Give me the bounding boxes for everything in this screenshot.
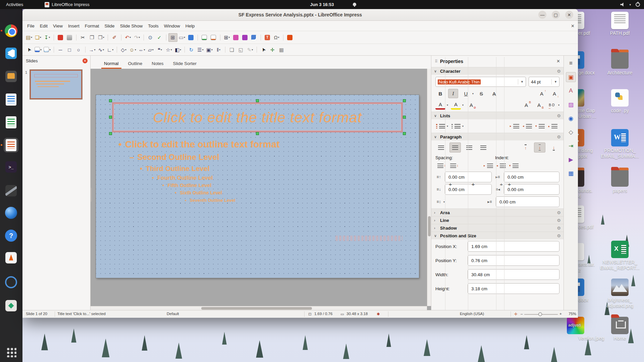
drawing-tool-button-align-objects[interactable]: ☰▾ — [196, 45, 205, 54]
font-size-combo[interactable]: 44 pt ▼ — [529, 77, 559, 87]
zoom-out-button[interactable]: – — [521, 312, 523, 316]
view-tab[interactable]: Slide Sorter — [168, 58, 202, 69]
dock-app-files[interactable] — [4, 69, 18, 84]
toolbar-button[interactable] — [281, 33, 285, 42]
dock-app-libreoffice-impress[interactable] — [4, 138, 18, 153]
gear-icon[interactable]: ⚙ — [557, 233, 561, 238]
menu-item[interactable]: Slide Show — [117, 22, 146, 30]
template-name[interactable]: Default — [167, 312, 179, 316]
align-vcenter-button[interactable]: ↕ — [534, 142, 545, 153]
menu-item[interactable]: View — [50, 22, 65, 30]
drawing-tool-button[interactable] — [52, 45, 56, 54]
chevron-down-icon[interactable]: ▾ — [443, 200, 445, 203]
drawing-tool-button-crop-image[interactable]: ◱ — [236, 45, 246, 54]
gear-icon[interactable]: ⚙ — [557, 113, 561, 118]
pane-splitter-handle[interactable] — [91, 188, 92, 202]
dock-app-terminal[interactable]: >_ — [4, 160, 18, 174]
character-spacing-button[interactable]: B·D↔ — [547, 100, 557, 110]
menu-item[interactable]: Format — [82, 22, 102, 30]
plus-stepper[interactable]: + — [496, 196, 506, 207]
gear-icon[interactable]: ⚙ — [557, 218, 561, 223]
font-color-button[interactable]: A — [435, 100, 445, 110]
chevron-down-icon[interactable]: ▾ — [462, 125, 464, 128]
dock-app-dark-ring-app[interactable] — [4, 275, 18, 290]
slide-canvas[interactable]: Click to edit the title text format — [91, 69, 431, 310]
unordered-list-button[interactable] — [435, 121, 445, 131]
desktop-icon[interactable]: brightness_adjusted.png — [610, 279, 629, 309]
gear-icon[interactable]: ⚙ — [557, 134, 561, 139]
toolbar-button-show-draw-functions[interactable] — [186, 33, 196, 42]
toolbar-button-paste[interactable]: ❒▾ — [97, 33, 106, 42]
drawing-tool-button[interactable] — [223, 45, 227, 54]
zoom-in-button[interactable]: + — [559, 312, 562, 316]
view-tab[interactable]: Outline — [123, 58, 147, 69]
menu-item[interactable]: Edit — [37, 22, 50, 30]
drawing-tool-button-basic-shapes[interactable]: ◇▾ — [119, 45, 128, 54]
toolbar-button-display-grid[interactable]: ⊞ — [168, 33, 177, 42]
sidebar-tab-icon-tab-gallery[interactable]: ▨ — [566, 100, 576, 110]
desktop-icon[interactable]: Architecture — [610, 51, 629, 76]
clock[interactable]: Jun 3 16:53 — [0, 2, 644, 7]
menu-item[interactable]: Window — [161, 22, 183, 30]
slide-thumbnail[interactable] — [30, 70, 82, 99]
drawing-tool-button-ellipse[interactable]: ○ — [74, 45, 83, 54]
drawing-tool-button-edit-points[interactable]: ➤ — [259, 45, 268, 54]
dock-app-blue-sphere-app[interactable] — [4, 205, 18, 220]
toolbar-button-cut[interactable]: ✂ — [78, 33, 88, 42]
toolbar-button-insert-image[interactable] — [231, 33, 240, 42]
minimize-button[interactable]: — — [538, 11, 546, 19]
drawing-tool-button-distribute[interactable]: ‖▾ — [214, 45, 223, 54]
zoom-percent[interactable]: 75% — [569, 312, 576, 316]
align-top-button[interactable]: ↑ — [520, 142, 531, 153]
zoom-slider-thumb[interactable] — [538, 312, 542, 316]
view-tab[interactable]: Normal — [99, 58, 123, 69]
dock-app-libreoffice-calc[interactable] — [4, 115, 18, 130]
bold-button[interactable]: B — [435, 89, 445, 98]
toolbar-button-duplicate-slide[interactable] — [209, 33, 218, 42]
dock-app-vscode[interactable] — [4, 46, 18, 61]
superscript-button[interactable]: AB — [521, 100, 531, 110]
toolbar-button[interactable] — [106, 33, 110, 42]
sidebar-tab-icon-tab-animation[interactable]: ▶ — [566, 155, 576, 165]
toolbar-button[interactable] — [218, 33, 222, 42]
drawing-tool-button[interactable] — [255, 45, 259, 54]
justify-button[interactable] — [478, 142, 489, 153]
sidebar-tab-icon-tab-shapes[interactable]: ◇ — [566, 127, 576, 137]
toolbar-button-insert-table[interactable]: ⊞▾ — [222, 33, 231, 42]
drawing-tool-button[interactable] — [83, 45, 88, 54]
dock-app-vlc[interactable] — [4, 250, 18, 265]
horizontal-scrollbar[interactable] — [91, 306, 427, 310]
toolbar-button-find-replace[interactable]: ⊙ — [146, 33, 155, 42]
desktop-icon[interactable]: Home — [610, 317, 629, 341]
view-tab[interactable]: Notes — [147, 58, 168, 69]
properties-close-icon[interactable]: ✕ — [556, 59, 560, 64]
drawing-tool-button-stars-banners[interactable]: ☆▾ — [164, 45, 173, 54]
toolbar-button-redo[interactable]: ↷▾ — [132, 33, 142, 42]
slide[interactable]: Click to edit the title text format — [96, 95, 419, 278]
increase-spacing-button[interactable]: ↕ — [435, 161, 445, 170]
align-bottom-button[interactable]: ↓ — [548, 142, 559, 153]
toolbar-button[interactable] — [196, 33, 200, 42]
drawing-tool-button-select[interactable]: ➤ — [24, 45, 34, 54]
drawing-tool-button-curves-polygons[interactable]: ∿▾ — [97, 45, 106, 54]
title-bar[interactable]: SF Express Service Analysis.pptx - Libre… — [22, 9, 578, 21]
drawing-tool-button-image-filter[interactable]: ✎▾ — [246, 45, 255, 54]
menu-item[interactable]: File — [24, 22, 37, 30]
toolbar-button-insert-chart[interactable] — [250, 33, 259, 42]
grow-font-button[interactable]: A↑ — [537, 89, 547, 98]
dock-app-dark-app[interactable] — [4, 183, 18, 198]
dock-app-libreoffice-writer[interactable] — [4, 92, 18, 107]
close-button[interactable]: ✕ — [565, 11, 573, 19]
drawing-tool-button[interactable] — [115, 45, 119, 54]
dock-app-software-center[interactable] — [4, 298, 18, 313]
promote-button[interactable]: ◂ — [524, 121, 534, 131]
system-status-area[interactable]: ▾ — [620, 0, 640, 9]
toolbar-button-snap-guides[interactable]: ▭▾ — [177, 33, 186, 42]
gear-icon[interactable]: ⚙ — [557, 210, 561, 215]
toolbar-button[interactable] — [142, 33, 146, 42]
drawing-tool-button-connectors[interactable]: ∟▾ — [106, 45, 115, 54]
show-applications-button[interactable] — [6, 347, 16, 357]
maximize-button[interactable]: ▢ — [552, 11, 560, 19]
unsaved-changes-icon[interactable]: ✱ — [377, 312, 380, 316]
drawing-tool-button-3d-objects[interactable]: ◧▾ — [173, 45, 182, 54]
